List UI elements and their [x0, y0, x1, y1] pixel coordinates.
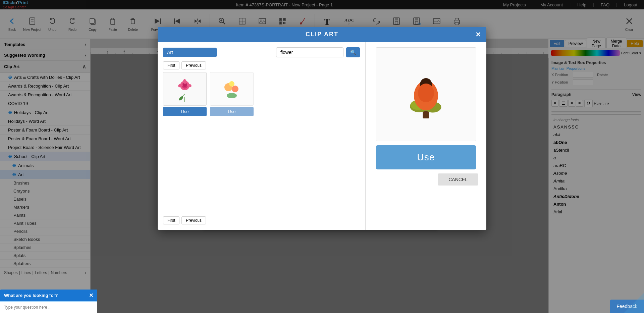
- modal-search-row: Art Animals Holidays School 🔍: [163, 47, 360, 57]
- clip-art-thumb-rose: [163, 72, 207, 106]
- clip-art-thumb-2: [210, 72, 254, 106]
- svg-point-74: [418, 84, 434, 102]
- previous-page-button-top[interactable]: Previous: [181, 61, 206, 69]
- preview-box: [376, 47, 476, 141]
- clip-art-item-2: Use: [210, 72, 254, 214]
- chat-header-label: What are you looking for?: [4, 293, 58, 298]
- modal-right: Use CANCEL: [366, 42, 486, 230]
- modal-body: Art Animals Holidays School 🔍 First Prev…: [158, 42, 486, 230]
- svg-point-57: [178, 96, 184, 101]
- previous-page-button-bottom[interactable]: Previous: [181, 216, 206, 224]
- chat-close-button[interactable]: ✕: [89, 292, 93, 299]
- modal-header: CLIP ART ✕: [158, 27, 486, 42]
- cancel-button[interactable]: CANCEL: [438, 173, 478, 186]
- svg-point-67: [227, 93, 237, 98]
- chat-header: What are you looking for? ✕: [0, 290, 97, 301]
- modal-pagination-bottom: First Previous: [163, 216, 360, 224]
- modal-title: CLIP ART: [306, 31, 338, 38]
- use-large-button[interactable]: Use: [376, 145, 476, 169]
- rose-svg: [171, 75, 198, 102]
- svg-point-65: [232, 86, 238, 92]
- item2-use-button[interactable]: Use: [210, 107, 254, 116]
- clip-art-grid: Use Use: [163, 72, 360, 214]
- feedback-label: Feedback: [617, 304, 637, 309]
- chat-input[interactable]: [0, 301, 97, 313]
- modal-search-button[interactable]: 🔍: [346, 47, 360, 57]
- first-page-button-top[interactable]: First: [163, 61, 179, 69]
- modal-search-input[interactable]: [276, 47, 343, 57]
- modal-category-select[interactable]: Art Animals Holidays School: [163, 48, 217, 57]
- modal-pagination-top: First Previous: [163, 61, 360, 69]
- rose-use-button[interactable]: Use: [163, 107, 207, 116]
- tree-preview-svg: [402, 67, 449, 121]
- clip-art-modal: CLIP ART ✕ Art Animals Holidays School 🔍: [158, 27, 486, 230]
- modal-close-button[interactable]: ✕: [475, 31, 481, 39]
- modal-overlay[interactable]: CLIP ART ✕ Art Animals Holidays School 🔍: [0, 0, 644, 313]
- svg-point-66: [229, 81, 234, 87]
- modal-left: Art Animals Holidays School 🔍 First Prev…: [158, 42, 366, 230]
- search-icon: 🔍: [350, 50, 356, 55]
- fruits-svg: [218, 75, 245, 102]
- first-page-button-bottom[interactable]: First: [163, 216, 179, 224]
- chat-widget: What are you looking for? ✕: [0, 290, 97, 313]
- feedback-button[interactable]: Feedback: [610, 300, 644, 313]
- clip-art-item-rose: Use: [163, 72, 207, 214]
